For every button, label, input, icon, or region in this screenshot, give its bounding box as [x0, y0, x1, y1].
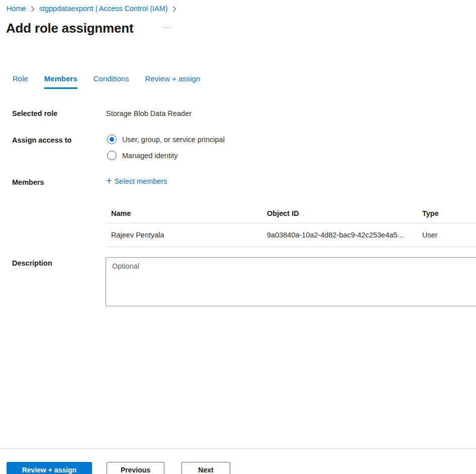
- column-header-object-id[interactable]: Object ID: [267, 209, 422, 217]
- description-label: Description: [12, 259, 52, 267]
- radio-user-group-service-principal[interactable]: User, group, or service principal: [107, 135, 225, 144]
- radio-unselected-icon: [107, 151, 117, 160]
- radio-managed-identity-label: Managed identity: [122, 152, 177, 160]
- select-members-link[interactable]: + Select members: [106, 177, 167, 185]
- members-table: Name Object ID Type Rajeev Pentyala 9a03…: [106, 204, 476, 247]
- members-table-header: Name Object ID Type: [106, 204, 476, 223]
- page-title: Add role assignment: [6, 21, 133, 36]
- tab-review-assign[interactable]: Review + assign: [145, 74, 201, 89]
- radio-selected-icon: [107, 135, 117, 144]
- assign-access-to-label: Assign access to: [12, 136, 71, 144]
- description-input[interactable]: [106, 257, 476, 306]
- member-object-id-cell: 9a03840a-10a2-4d82-bac9-42c253e4a5...: [267, 231, 422, 239]
- footer-divider: [0, 448, 476, 449]
- tab-role[interactable]: Role: [13, 74, 28, 89]
- table-row[interactable]: Rajeev Pentyala 9a03840a-10a2-4d82-bac9-…: [106, 223, 476, 247]
- breadcrumb: Home stgppdataexportt | Access Control (…: [7, 5, 176, 13]
- chevron-right-icon: [172, 6, 176, 12]
- breadcrumb-home-link[interactable]: Home: [7, 5, 26, 13]
- review-assign-button[interactable]: Review + assign: [7, 462, 92, 474]
- tab-members[interactable]: Members: [44, 74, 77, 89]
- members-label: Members: [12, 178, 44, 186]
- chevron-right-icon: [31, 6, 35, 12]
- selected-role-value: Storage Blob Data Reader: [106, 109, 192, 117]
- selected-role-label: Selected role: [12, 109, 57, 117]
- member-type-cell: User: [422, 231, 476, 239]
- select-members-link-label: Select members: [115, 177, 167, 185]
- previous-button[interactable]: Previous: [107, 462, 164, 474]
- radio-managed-identity[interactable]: Managed identity: [107, 151, 177, 160]
- column-header-name[interactable]: Name: [106, 209, 267, 217]
- column-header-type[interactable]: Type: [422, 209, 476, 217]
- tab-conditions[interactable]: Conditions: [93, 74, 129, 89]
- next-button[interactable]: Next: [181, 462, 230, 474]
- plus-icon: +: [106, 177, 112, 184]
- tab-bar: Role Members Conditions Review + assign: [13, 74, 200, 89]
- radio-user-group-service-principal-label: User, group, or service principal: [122, 136, 225, 144]
- breadcrumb-resource-link[interactable]: stgppdataexportt | Access Control (IAM): [39, 5, 168, 13]
- more-options-icon[interactable]: ···: [163, 23, 171, 31]
- member-name-cell: Rajeev Pentyala: [106, 231, 267, 239]
